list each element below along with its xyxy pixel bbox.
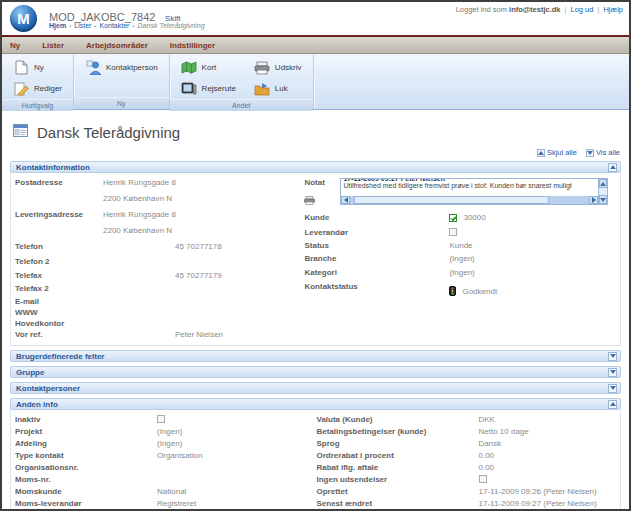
kontaktperson-button[interactable]: Kontaktperson — [81, 57, 162, 78]
section-header-brugerdefinerede-felter[interactable]: Brugerdefinerede felter — [10, 350, 621, 362]
kunde-value: 30000 — [463, 213, 485, 222]
notat-horizontal-scrollbar[interactable] — [341, 196, 598, 204]
rabat-label: Rabat iflg. aftale — [317, 463, 479, 472]
rejserute-button[interactable]: Rejserute — [177, 78, 240, 99]
ingen-udsendelser-checkbox[interactable] — [479, 475, 487, 483]
logout-link[interactable]: Log ud — [571, 5, 594, 14]
ingen-udsendelser-label: Ingen udsendelser — [317, 475, 479, 484]
chevron-down-icon — [610, 354, 616, 358]
leveringsadresse-line1: Henrik Rungsgade 8 — [103, 210, 176, 219]
section-header-kontaktinformation[interactable]: Kontaktinformation — [10, 161, 621, 173]
telefax-value: 45 70277179 — [175, 271, 222, 280]
main-content: Dansk Telerådgivning Skjul alle Vis alle… — [2, 110, 629, 509]
inaktiv-checkbox[interactable] — [157, 415, 165, 423]
chevron-up-icon — [610, 402, 616, 406]
postadresse-line2: 2200 København N — [103, 194, 172, 203]
scroll-up-icon[interactable] — [599, 179, 607, 188]
momsnr-label: Moms-nr. — [15, 475, 157, 484]
hovedkontor-label: Hovedkontor — [15, 319, 103, 328]
inaktiv-label: Inaktiv — [15, 415, 157, 424]
notat-field: Notat 17-11-2009 09:27 Peter Nielsen Uti… — [304, 178, 618, 209]
telefon2-label: Telefon 2 — [15, 257, 103, 266]
email-label: E-mail — [15, 297, 103, 306]
new-document-icon — [13, 60, 30, 75]
notat-textbox[interactable]: 17-11-2009 09:27 Peter Nielsen Utilfreds… — [340, 178, 608, 205]
group-content: Kort Udskriv Rejserute — [170, 54, 313, 99]
senest-aendret-value: 17-11-2009 09:27 (Peter Nielsen) — [479, 499, 597, 508]
group-content: Ny Rediger — [2, 54, 73, 99]
menu-arbejdsomraader[interactable]: Arbejdsområder — [86, 41, 148, 50]
section-header-anden-info[interactable]: Anden info — [10, 398, 621, 410]
postadresse-label: Postadresse — [15, 178, 103, 187]
vorref-label: Vor ref. — [15, 330, 103, 339]
collapse-all-link[interactable]: Skjul alle — [537, 148, 577, 157]
scroll-down-icon[interactable] — [599, 195, 607, 204]
ki-left-column: PostadresseHenrik Rungsgade 8 2200 Køben… — [15, 178, 304, 342]
rediger-button[interactable]: Rediger — [9, 78, 66, 99]
help-link[interactable]: Hjælp — [603, 5, 623, 14]
breadcrumb: HjemListerKontakterDansk Telerådgivning — [49, 22, 205, 29]
expand-section-button[interactable] — [608, 352, 617, 361]
group-label-hurtigvalg: Hurtigvalg — [2, 99, 73, 111]
traffic-light-icon — [449, 282, 456, 300]
menu-indstillinger[interactable]: Indstillinger — [170, 41, 215, 50]
leveringsadresse-label: Leveringsadresse — [15, 210, 103, 219]
main-menubar: Ny Lister Arbejdsområder Indstillinger — [2, 35, 629, 54]
telefax-label: Telefax — [15, 271, 103, 280]
scrollbar-thumb[interactable] — [354, 196, 549, 204]
breadcrumb-hjem[interactable]: Hjem — [49, 22, 66, 29]
section-title: Kontaktpersoner — [16, 384, 80, 393]
breadcrumb-current: Dansk Telerådgivning — [138, 22, 205, 29]
ribbon-group-ny: Kontaktperson Ny — [74, 54, 170, 109]
leverandor-checkbox[interactable] — [449, 228, 457, 236]
notat-printer-icon[interactable] — [304, 191, 340, 209]
chevron-down-icon — [610, 370, 616, 374]
route-monitor-icon — [181, 82, 198, 96]
section-header-kontaktpersoner[interactable]: Kontaktpersoner — [10, 382, 621, 394]
edit-pencil-icon — [13, 82, 30, 96]
notat-vertical-scrollbar[interactable] — [598, 179, 607, 204]
expand-all-icon — [586, 149, 594, 157]
scroll-right-icon[interactable] — [589, 196, 598, 204]
oprettet-value: 17-11-2009 09:26 (Peter Nielsen) — [479, 487, 597, 496]
valuta-label: Valuta (Kunde) — [317, 415, 479, 424]
leverandor-label: Leverandør — [304, 228, 449, 237]
oprettet-label: Oprettet — [317, 487, 479, 496]
branche-value: (Ingen) — [449, 254, 474, 263]
section-title: Kontaktinformation — [16, 163, 90, 172]
expand-all-link[interactable]: Vis alle — [586, 148, 620, 157]
close-folder-icon — [254, 82, 271, 96]
kunde-checkbox[interactable] — [449, 214, 457, 222]
rediger-button-label: Rediger — [34, 84, 62, 93]
collapse-section-button[interactable] — [608, 163, 617, 172]
kontaktstatus-label: Kontaktstatus — [304, 282, 449, 291]
scroll-left-icon[interactable] — [341, 196, 350, 204]
chevron-up-icon — [610, 165, 616, 169]
momskunde-value: National — [157, 487, 186, 496]
kort-button[interactable]: Kort — [177, 57, 240, 78]
contact-card-icon — [13, 123, 28, 141]
breadcrumb-lister[interactable]: Lister — [74, 22, 91, 29]
menu-ny[interactable]: Ny — [10, 41, 20, 50]
ny-button[interactable]: Ny — [9, 57, 66, 78]
sprog-label: Sprog — [317, 439, 479, 448]
section-title: Gruppe — [16, 368, 44, 377]
expand-section-button[interactable] — [608, 368, 617, 377]
luk-button[interactable]: Luk — [250, 78, 306, 99]
ny-button-label: Ny — [34, 63, 44, 72]
ribbon-group-hurtigvalg: Ny Rediger Hurtigvalg — [2, 54, 74, 109]
expand-section-button[interactable] — [608, 384, 617, 393]
udskriv-button[interactable]: Udskriv — [250, 57, 306, 78]
section-header-gruppe[interactable]: Gruppe — [10, 366, 621, 378]
user-email: info@testjc.dk — [509, 5, 561, 14]
ai-right-column: Valuta (Kunde)DKK Betalingsbetingelser (… — [317, 415, 619, 511]
projekt-value: (Ingen) — [157, 427, 182, 436]
afdeling-label: Afdeling — [15, 439, 157, 448]
menu-lister[interactable]: Lister — [42, 41, 64, 50]
ordrerabat-label: Ordrerabat i procent — [317, 451, 479, 460]
printer-icon — [254, 61, 271, 75]
telefon-value: 45 70277178 — [175, 242, 222, 251]
collapse-section-button[interactable] — [608, 400, 617, 409]
breadcrumb-kontakter[interactable]: Kontakter — [99, 22, 129, 29]
ribbon-group-andet: Kort Udskriv Rejserute — [170, 54, 314, 109]
